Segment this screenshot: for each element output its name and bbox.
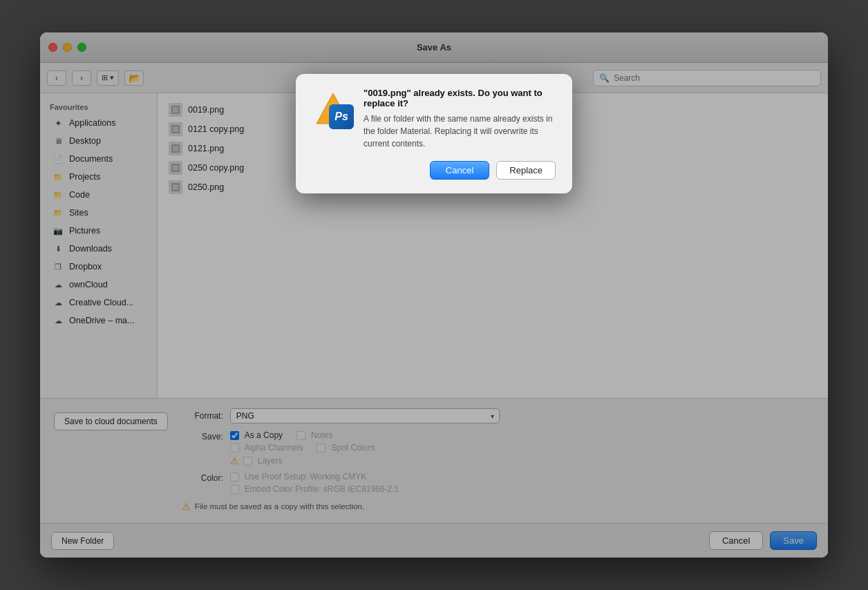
replace-dialog: ! Ps "0019.png" already exists. Do you w… (296, 74, 572, 193)
dialog-text: "0019.png" already exists. Do you want t… (364, 88, 556, 150)
dialog-title: "0019.png" already exists. Do you want t… (364, 88, 556, 108)
dialog-overlay: ! Ps "0019.png" already exists. Do you w… (40, 32, 828, 558)
dialog-buttons: Cancel Replace (312, 161, 556, 180)
dialog-icon-composite: ! Ps (312, 88, 354, 129)
save-as-window: Save As ‹ › ⊞ ▾ 📂 🔍 Favourites (40, 32, 828, 558)
dialog-cancel-button[interactable]: Cancel (430, 161, 489, 180)
dialog-replace-button[interactable]: Replace (496, 161, 556, 180)
photoshop-icon: Ps (329, 104, 354, 129)
dialog-header: ! Ps "0019.png" already exists. Do you w… (312, 88, 556, 150)
dialog-body: A file or folder with the same name alre… (364, 113, 556, 150)
